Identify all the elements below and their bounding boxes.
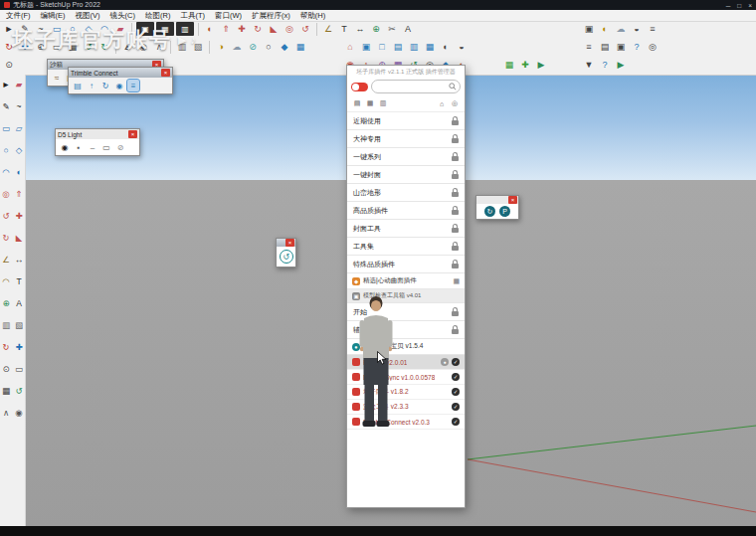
select-tool-icon[interactable]: ► bbox=[0, 79, 12, 90]
featured-expand-icon[interactable]: ▦ bbox=[453, 277, 460, 285]
materials-window-icon[interactable]: ▦ bbox=[156, 22, 174, 36]
category-row[interactable]: 大神专用 bbox=[347, 130, 465, 148]
category-row[interactable]: 封面工具 bbox=[347, 220, 465, 238]
layers-icon[interactable]: ≡ bbox=[582, 40, 596, 54]
menu-item[interactable]: 窗口(W) bbox=[215, 11, 242, 21]
section-cuts-toggle-icon[interactable]: ▧ bbox=[191, 40, 205, 54]
settings-icon[interactable]: ◎ bbox=[450, 98, 460, 108]
shadows-toggle-icon[interactable]: ◑ bbox=[214, 40, 228, 54]
pan-tool-icon[interactable]: ✚ bbox=[13, 341, 25, 353]
card-view-icon[interactable]: ▦ bbox=[365, 98, 375, 108]
left-view-icon[interactable]: ▥ bbox=[407, 40, 421, 54]
select-tool-icon[interactable]: ► bbox=[2, 22, 16, 36]
previous-view-icon[interactable]: ↺ bbox=[82, 40, 95, 54]
arc-tool-icon[interactable]: ◠ bbox=[0, 166, 12, 178]
d5-hide-icon[interactable]: ⊘ bbox=[114, 141, 126, 153]
rotate-tool-icon[interactable]: ↻ bbox=[251, 22, 265, 36]
scenes-icon[interactable]: ▣ bbox=[582, 22, 596, 36]
walk-tool-icon[interactable]: ∧ bbox=[0, 407, 12, 419]
circle-tool-icon[interactable]: ○ bbox=[66, 22, 80, 36]
polygon-tool-icon[interactable]: ◇ bbox=[13, 144, 25, 156]
plugin-settings-icon[interactable]: ● bbox=[441, 358, 449, 366]
trimble-title-bar[interactable]: Trimble Connect × bbox=[69, 68, 172, 78]
home-icon[interactable]: ⌂ bbox=[437, 98, 447, 108]
look-around-icon[interactable]: ◉ bbox=[13, 407, 25, 419]
move-tool-icon[interactable]: ✚ bbox=[235, 22, 249, 36]
plugin-enabled-icon[interactable]: ✓ bbox=[452, 418, 460, 426]
separator[interactable] bbox=[115, 41, 116, 54]
close-icon[interactable]: × bbox=[128, 130, 137, 138]
category-row[interactable]: 一键封面 bbox=[347, 166, 465, 184]
text-tool-icon[interactable]: T bbox=[337, 22, 351, 36]
section-plane-icon[interactable]: ▥ bbox=[0, 319, 12, 331]
pie-tool-icon[interactable]: ◐ bbox=[13, 166, 25, 178]
maximize-button[interactable]: □ bbox=[737, 2, 741, 9]
follow-me-icon[interactable]: ↺ bbox=[298, 22, 312, 36]
d5-title-bar[interactable]: D5 Light × bbox=[56, 129, 139, 139]
push-pull-icon[interactable]: ⇑ bbox=[13, 188, 25, 200]
menu-item[interactable]: 帮助(H) bbox=[300, 11, 325, 21]
soften-edges-icon[interactable]: ◒ bbox=[630, 22, 644, 36]
pizi-library-icon[interactable]: ▦ bbox=[502, 58, 516, 72]
fog-toggle-icon[interactable]: ☁ bbox=[230, 40, 244, 54]
search-zoom-icon[interactable]: ⊙ bbox=[2, 58, 16, 72]
close-button[interactable]: × bbox=[748, 2, 752, 9]
d5-point-icon[interactable]: ▪ bbox=[73, 141, 85, 153]
pan-tool-icon[interactable]: ✚ bbox=[18, 40, 32, 54]
plugin-enabled-icon[interactable]: ✓ bbox=[452, 358, 460, 366]
styles-window-icon[interactable]: ▥ bbox=[176, 22, 194, 36]
iso-view-icon[interactable]: ⌂ bbox=[343, 40, 357, 54]
category-row[interactable]: 近期使用 bbox=[347, 112, 465, 130]
category-row[interactable]: 山峦地形 bbox=[347, 184, 465, 202]
d5-area-icon[interactable]: ▭ bbox=[100, 141, 112, 153]
freehand-tool-icon[interactable]: ~ bbox=[13, 100, 25, 112]
pizi-run-icon[interactable]: ▶ bbox=[534, 58, 548, 72]
category-row[interactable]: 特殊品质插件 bbox=[347, 256, 465, 273]
shadows-dialog-icon[interactable]: ◐ bbox=[598, 22, 612, 36]
section-plane-toggle-icon[interactable]: ▥ bbox=[175, 40, 189, 54]
power-toggle[interactable] bbox=[351, 83, 368, 91]
rectangle-tool-icon[interactable]: ▭ bbox=[0, 122, 12, 134]
plugin-row[interactable]: Pureref v2.0.01 ● ✓ bbox=[347, 355, 465, 370]
fog-dialog-icon[interactable]: ☁ bbox=[614, 22, 628, 36]
offset-tool-icon[interactable]: ◎ bbox=[0, 188, 12, 200]
rotated-rectangle-icon[interactable]: ▱ bbox=[13, 122, 25, 134]
protractor-tool-icon[interactable]: ◠ bbox=[0, 275, 12, 287]
category-row[interactable]: 工具集 bbox=[347, 238, 465, 256]
separator[interactable] bbox=[198, 23, 199, 36]
close-icon[interactable]: × bbox=[161, 69, 170, 77]
tape-measure-icon[interactable]: ∠ bbox=[321, 22, 335, 36]
menu-item[interactable]: 文件(F) bbox=[6, 11, 31, 21]
close-icon[interactable]: × bbox=[508, 196, 517, 204]
d5-sync-icon[interactable]: ◉ bbox=[59, 141, 71, 153]
3d-text-icon[interactable]: A bbox=[401, 22, 415, 36]
entity-info-window-icon[interactable]: ▣ bbox=[136, 22, 154, 36]
plugin-enabled-icon[interactable]: ✓ bbox=[452, 403, 460, 411]
entity-panel-icon[interactable]: ▣ bbox=[614, 40, 628, 54]
search-input[interactable] bbox=[375, 82, 449, 91]
back-view-icon[interactable]: ▤ bbox=[391, 40, 405, 54]
category-row[interactable]: 开始 bbox=[347, 303, 465, 321]
tc-publish-icon[interactable]: ↑ bbox=[86, 80, 97, 91]
axes-tool-icon[interactable]: ⊕ bbox=[0, 297, 12, 309]
close-icon[interactable]: × bbox=[285, 239, 294, 247]
xray-mode-icon[interactable]: ⊘ bbox=[246, 40, 260, 54]
outliner-icon[interactable]: ▤ bbox=[598, 40, 612, 54]
tc-settings-icon[interactable]: ≡ bbox=[127, 80, 139, 91]
zoom-extents-icon[interactable]: ▦ bbox=[66, 40, 80, 54]
plugin-row[interactable]: Trimble Connect v2.0.3 ● ✓ bbox=[347, 415, 465, 430]
shaded-mode-icon[interactable]: ◆ bbox=[278, 40, 291, 54]
wireframe-mode-icon[interactable]: ○ bbox=[262, 40, 276, 54]
pizi-library-row[interactable]: ● 坯子库 多宝贝 v1.5.4 bbox=[347, 339, 465, 355]
mini-rotate-icon[interactable]: ↺ bbox=[280, 250, 293, 264]
top-view-icon[interactable]: ▣ bbox=[359, 40, 373, 54]
play-icon[interactable]: ▶ bbox=[614, 58, 628, 72]
pz-account-icon[interactable]: P bbox=[499, 206, 510, 217]
section-plane-icon[interactable]: ✂ bbox=[385, 22, 399, 36]
grid-view-icon[interactable]: ▤ bbox=[352, 98, 362, 108]
front-view-icon[interactable]: □ bbox=[375, 40, 389, 54]
styles-cycle-icon[interactable]: ◐ bbox=[439, 40, 453, 54]
orbit-tool-icon[interactable]: ↻ bbox=[2, 40, 16, 54]
zoom-tool-icon[interactable]: ⊕ bbox=[34, 40, 48, 54]
preferences-icon[interactable]: ◎ bbox=[646, 40, 660, 54]
